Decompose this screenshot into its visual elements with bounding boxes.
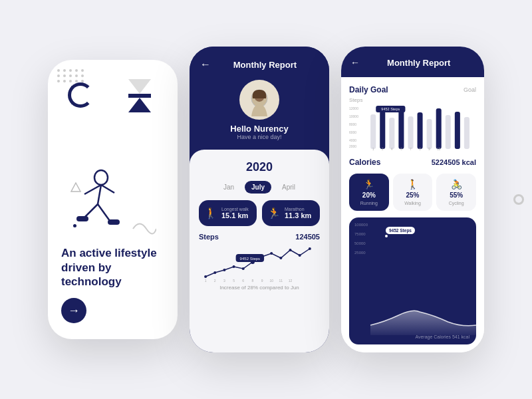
svg-text:1: 1 [205, 279, 207, 283]
goal-label: Goal [464, 86, 476, 93]
svg-text:3: 3 [223, 279, 225, 283]
walking-icon: 🚶 [407, 179, 418, 190]
card3-title: Monthly Report [387, 58, 450, 68]
activity-walking: 🚶 25% Walking [393, 174, 433, 211]
avatar [239, 80, 279, 120]
arrow-icon: → [68, 304, 80, 318]
steps-label: Steps [199, 233, 219, 241]
svg-text:9452 Steps: 9452 Steps [381, 108, 400, 112]
year-display: 2020 [199, 160, 320, 174]
cycling-label: Cycling [449, 201, 464, 205]
card3-body: Daily Goal Goal Steps 12000 10000 8000 6… [341, 77, 484, 352]
walking-pct: 25% [406, 192, 420, 199]
svg-line-4 [98, 204, 110, 221]
steps-note: Increase of 28% compared to Jun [199, 285, 320, 291]
stats-row: 🚶 Longest walk 15.1 km 🏃 Marathon 11.3 k… [199, 200, 320, 226]
svg-rect-51 [464, 117, 469, 149]
stat-longest-walk: 🚶 Longest walk 15.1 km [199, 200, 257, 226]
svg-text:5: 5 [233, 279, 235, 283]
svg-point-15 [242, 267, 245, 270]
month-jan[interactable]: Jan [217, 181, 241, 194]
bar-chart: 12000 10000 8000 6000 4000 2000 [349, 104, 476, 151]
walking-label: Walking [404, 201, 421, 205]
svg-point-18 [270, 252, 273, 255]
activity-cycling: 🚴 55% Cycling [436, 174, 476, 211]
activity-row: 🏃 20% Running 🚶 25% Walking 🚴 55% Cyclin… [349, 174, 476, 211]
circle-decoration [513, 194, 524, 205]
illustration-area [61, 76, 164, 241]
card1-text-area: An active lifestyle driven by technology [61, 246, 164, 289]
card-monthly-report-light: ← Monthly Report Daily Goal Goal Steps 1… [341, 47, 484, 352]
svg-text:9: 9 [261, 279, 263, 283]
svg-point-13 [223, 269, 225, 271]
svg-text:6000: 6000 [349, 130, 356, 134]
svg-line-6 [101, 185, 114, 193]
squiggle-icon [130, 215, 156, 235]
svg-line-3 [84, 204, 98, 217]
card2-nav: ← Monthly Report [200, 59, 319, 70]
svg-point-20 [289, 249, 291, 251]
lifestyle-tagline: An active lifestyle driven by technology [61, 246, 164, 289]
card-monthly-report-dark: ← Monthly Report Hello Nurency Have a ni… [190, 47, 329, 352]
walk-icon: 🚶 [204, 207, 217, 219]
svg-text:10: 10 [269, 279, 273, 283]
svg-text:11: 11 [279, 279, 283, 283]
svg-rect-47 [427, 119, 432, 149]
card3-back-button[interactable]: ← [350, 57, 360, 68]
steps-section: Steps 124505 [199, 233, 320, 291]
area-chart: 100000 75000 50000 25000 9452 Steps [349, 217, 476, 344]
svg-text:12: 12 [289, 279, 293, 283]
marathon-label: Marathon [285, 207, 311, 211]
steps-chart: 9452 Steps 1 2 3 5 6 8 9 10 11 12 [199, 243, 320, 283]
marathon-value: 11.3 km [285, 211, 311, 219]
svg-text:12000: 12000 [349, 106, 358, 110]
svg-rect-45 [408, 116, 413, 149]
daily-goal-section: Daily Goal Goal Steps 12000 10000 8000 6… [349, 85, 476, 151]
svg-point-21 [299, 254, 301, 257]
svg-line-2 [98, 185, 101, 204]
back-button[interactable]: ← [200, 59, 211, 70]
svg-rect-43 [389, 118, 394, 149]
cycling-pct: 55% [450, 192, 463, 199]
svg-point-1 [94, 170, 108, 185]
daily-goal-title: Daily Goal [349, 85, 388, 94]
running-pct: 20% [362, 192, 376, 199]
running-label: Running [360, 201, 378, 205]
svg-rect-8 [108, 219, 120, 225]
svg-rect-46 [418, 112, 423, 149]
svg-text:9452 Steps: 9452 Steps [240, 257, 261, 261]
svg-text:2: 2 [214, 279, 216, 283]
hello-subtitle: Have a nice day! [237, 134, 281, 140]
calories-section: Calories 5224505 kcal [349, 158, 476, 167]
run-icon: 🏃 [267, 207, 281, 219]
svg-point-22 [309, 247, 311, 250]
svg-point-19 [279, 257, 282, 259]
walk-value: 15.1 km [221, 211, 249, 219]
activity-running: 🏃 20% Running [349, 174, 389, 211]
svg-rect-48 [436, 108, 442, 149]
card2-header: ← Monthly Report Hello Nurency Have a ni… [190, 47, 329, 150]
hello-name: Hello Nurency [230, 124, 288, 134]
month-july[interactable]: July [245, 181, 271, 194]
month-selector: Jan July April [199, 181, 320, 194]
svg-line-5 [84, 185, 101, 194]
steps-y-label: Steps [349, 97, 476, 103]
svg-text:2000: 2000 [349, 144, 356, 148]
svg-rect-49 [446, 115, 451, 149]
svg-rect-41 [370, 114, 376, 149]
svg-text:6: 6 [242, 279, 244, 283]
walk-label: Longest walk [221, 207, 249, 211]
svg-point-12 [213, 271, 216, 274]
forward-arrow-button[interactable]: → [61, 298, 86, 323]
svg-rect-42 [380, 111, 385, 149]
month-april[interactable]: April [275, 181, 302, 194]
svg-rect-44 [398, 110, 404, 149]
svg-point-14 [233, 265, 235, 268]
card2-body: 2020 Jan July April 🚶 Longest walk 15.1 … [190, 150, 329, 352]
svg-point-11 [204, 275, 207, 278]
hourglass-icon [128, 79, 151, 112]
card2-title: Monthly Report [233, 60, 297, 70]
svg-rect-7 [76, 216, 88, 221]
svg-rect-50 [455, 112, 460, 149]
calories-title: Calories [349, 158, 380, 167]
